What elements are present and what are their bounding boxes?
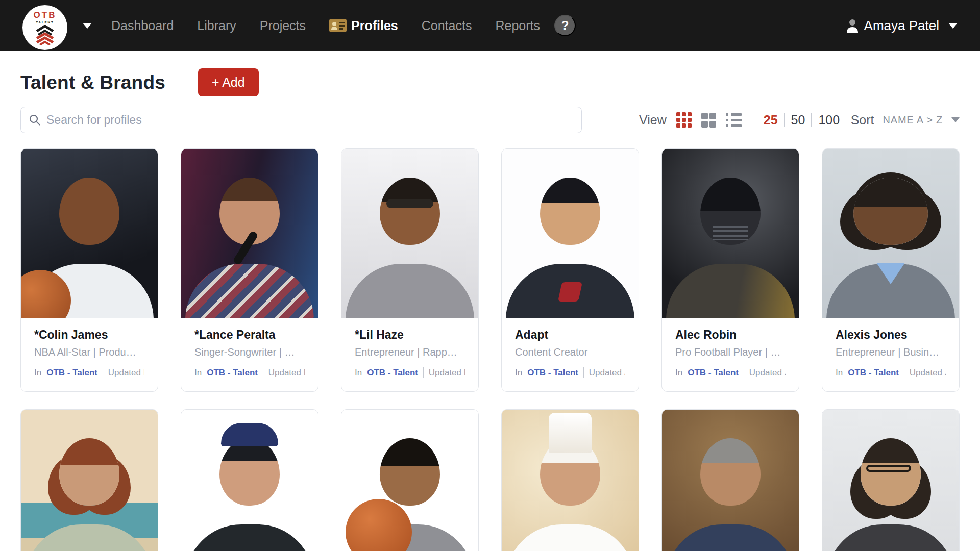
updated-label: Updated N… [429, 368, 465, 378]
profile-card-colin-james[interactable]: *Colin James NBA All-Star | Produ… In OT… [20, 148, 158, 392]
profile-card-lil-haze[interactable]: *Lil Haze Entrepreneur | Rapp… In OTB - … [341, 148, 479, 392]
profile-card-row2-4[interactable] [501, 409, 639, 551]
profile-card-row2-2[interactable] [181, 409, 318, 551]
group-link[interactable]: OTB - Talent [207, 368, 258, 378]
profile-photo [822, 410, 959, 551]
id-card-icon [329, 19, 347, 32]
top-navbar: OTB TALENT Dashboard Library Projects Pr… [0, 0, 980, 51]
updated-label: Updated J… [749, 368, 786, 378]
group-link[interactable]: OTB - Talent [367, 368, 418, 378]
group-link[interactable]: OTB - Talent [527, 368, 578, 378]
page-size-selector: 25 50 100 [764, 113, 840, 128]
facemask-accent [713, 226, 748, 240]
basketball-accent [21, 270, 71, 318]
footer-divider [744, 367, 744, 378]
profile-photo [341, 410, 478, 551]
footer-divider [103, 367, 103, 378]
nav-item-dashboard[interactable]: Dashboard [111, 18, 174, 33]
nav-item-reports[interactable]: Reports [495, 18, 540, 33]
logo-text-otb: OTB [34, 10, 57, 20]
user-menu[interactable]: Amaya Patel [846, 18, 958, 34]
sort-caret-icon [951, 117, 960, 122]
page-header: Talent & Brands + Add [20, 68, 960, 96]
chevron-emblem-icon [34, 25, 56, 45]
footer-divider [904, 367, 904, 378]
profile-card-alexis-jones[interactable]: Alexis Jones Entrepreneur | Busin… In OT… [822, 148, 960, 392]
profile-card-row2-5[interactable] [662, 409, 799, 551]
glasses-accent [866, 465, 911, 472]
profile-card-lance-peralta[interactable]: *Lance Peralta Singer-Songwriter | … In … [181, 148, 318, 392]
add-profile-button[interactable]: + Add [198, 68, 259, 96]
collar-accent [876, 263, 905, 284]
profile-card-row2-1[interactable] [20, 409, 158, 551]
profile-subtitle: Entrepreneur | Rapp… [355, 346, 465, 358]
profile-photo [662, 410, 799, 551]
updated-label: Updated J… [589, 368, 625, 378]
page-size-100[interactable]: 100 [818, 113, 840, 128]
profile-name[interactable]: Adapt [515, 328, 625, 342]
page-size-divider [811, 113, 812, 127]
nav-item-projects[interactable]: Projects [260, 18, 306, 33]
page-size-25[interactable]: 25 [764, 113, 778, 128]
brand-dropdown-caret-icon[interactable] [83, 23, 92, 29]
profile-subtitle: Entrepreneur | Busin… [836, 346, 946, 358]
profile-subtitle: NBA All-Star | Produ… [34, 346, 144, 358]
otb-talent-logo[interactable]: OTB TALENT [22, 5, 67, 50]
card-footer: In OTB - Talent Updated N… [34, 367, 144, 378]
group-link[interactable]: OTB - Talent [848, 368, 899, 378]
card-footer: In OTB - Talent Updated N… [355, 367, 465, 378]
profile-photo [181, 149, 318, 318]
updated-label: Updated J… [910, 368, 946, 378]
profile-card-adapt[interactable]: Adapt Content Creator In OTB - Talent Up… [501, 148, 639, 392]
profile-card-row2-6[interactable] [822, 409, 960, 551]
profile-subtitle: Singer-Songwriter | … [194, 346, 305, 358]
profile-photo [181, 410, 318, 551]
profile-name[interactable]: *Colin James [34, 328, 144, 342]
profile-card-alec-robin[interactable]: Alec Robin Pro Football Player | … In OT… [662, 148, 799, 392]
group-link[interactable]: OTB - Talent [688, 368, 739, 378]
card-body: Alexis Jones Entrepreneur | Busin… In OT… [822, 318, 959, 391]
grid-large-view-icon[interactable] [676, 112, 692, 128]
search-input[interactable] [46, 113, 574, 127]
view-controls: View 25 50 100 [639, 112, 840, 128]
main-nav: Dashboard Library Projects Profiles Cont… [111, 18, 540, 33]
logo-accent [558, 282, 582, 302]
page-size-50[interactable]: 50 [791, 113, 805, 128]
user-name: Amaya Patel [864, 18, 939, 34]
microphone-accent [232, 230, 259, 266]
nav-item-library[interactable]: Library [197, 18, 236, 33]
view-label: View [639, 113, 667, 128]
nav-item-profiles[interactable]: Profiles [329, 18, 398, 33]
updated-label: Updated N… [108, 368, 144, 378]
card-footer: In OTB - Talent Updated J… [675, 367, 786, 378]
sunglasses-accent [386, 199, 433, 208]
help-button[interactable]: ? [554, 15, 576, 36]
profile-name[interactable]: Alexis Jones [836, 328, 946, 342]
profile-name[interactable]: *Lance Peralta [194, 328, 305, 342]
page-size-divider [784, 113, 785, 127]
main-content: Talent & Brands + Add View 25 [0, 68, 980, 551]
nav-item-contacts[interactable]: Contacts [422, 18, 472, 33]
profile-subtitle: Pro Football Player | … [675, 346, 786, 358]
profile-search-box[interactable] [20, 107, 582, 133]
profile-photo [662, 149, 799, 318]
in-label: In [836, 368, 843, 378]
grid-small-view-icon[interactable] [701, 113, 716, 128]
group-link[interactable]: OTB - Talent [46, 368, 97, 378]
sort-control[interactable]: Sort NAME A > Z [851, 113, 960, 128]
updated-label: Updated N… [268, 368, 305, 378]
card-body: *Lil Haze Entrepreneur | Rapp… In OTB - … [341, 318, 478, 391]
list-view-icon[interactable] [726, 113, 742, 127]
card-body: Adapt Content Creator In OTB - Talent Up… [502, 318, 639, 391]
profile-name[interactable]: Alec Robin [675, 328, 786, 342]
profile-name[interactable]: *Lil Haze [355, 328, 465, 342]
profile-card-row2-3[interactable] [341, 409, 479, 551]
card-footer: In OTB - Talent Updated N… [194, 367, 305, 378]
card-body: *Lance Peralta Singer-Songwriter | … In … [181, 318, 318, 391]
in-label: In [194, 368, 202, 378]
profile-photo [502, 149, 639, 318]
cap-accent [221, 423, 278, 446]
chef-hat-accent [549, 413, 592, 453]
card-body: *Colin James NBA All-Star | Produ… In OT… [21, 318, 158, 391]
sort-value: NAME A > Z [883, 114, 943, 126]
